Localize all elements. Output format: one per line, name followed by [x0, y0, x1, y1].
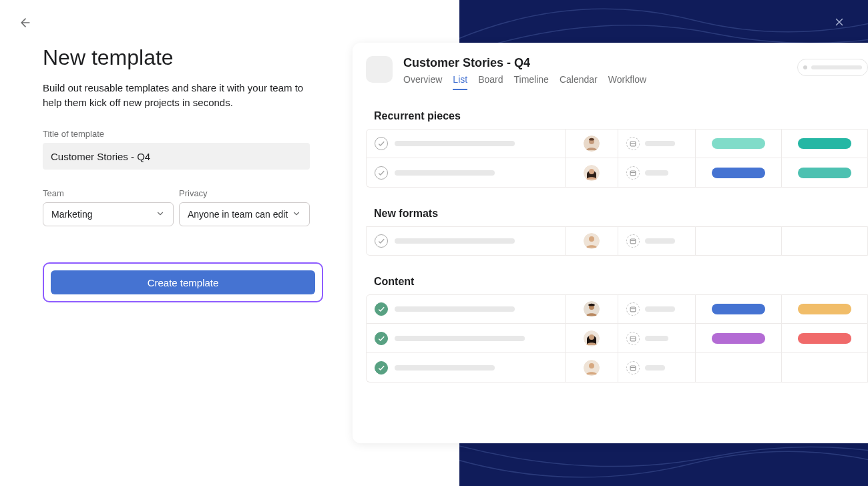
privacy-select-value: Anyone in team can edit	[188, 209, 288, 220]
tab-calendar[interactable]: Calendar	[560, 74, 598, 90]
tag-pill	[712, 168, 765, 178]
calendar-icon[interactable]	[626, 137, 640, 150]
tab-board[interactable]: Board	[478, 74, 503, 90]
create-template-button[interactable]: Create template	[51, 270, 315, 294]
section-title: Recurrent pieces	[374, 110, 868, 122]
task-row[interactable]	[366, 129, 868, 158]
complete-checkbox[interactable]	[375, 361, 388, 375]
task-section: New formats	[366, 208, 868, 256]
team-label: Team	[43, 188, 174, 198]
complete-checkbox[interactable]	[375, 332, 388, 345]
tab-overview[interactable]: Overview	[403, 74, 442, 90]
template-title-input[interactable]	[43, 143, 310, 170]
privacy-label: Privacy	[179, 188, 310, 198]
date-placeholder	[645, 365, 665, 371]
chevron-down-icon	[156, 209, 165, 220]
task-name-placeholder	[395, 365, 495, 371]
date-placeholder	[645, 306, 675, 312]
tag-pill	[798, 168, 851, 178]
assignee-avatar[interactable]	[584, 165, 600, 181]
calendar-icon[interactable]	[626, 166, 640, 180]
date-placeholder	[645, 141, 675, 146]
decorative-band-top	[459, 0, 868, 43]
decorative-band-bottom	[459, 443, 868, 486]
task-section: Recurrent pieces	[366, 110, 868, 188]
tag-pill	[798, 138, 851, 149]
calendar-icon[interactable]	[626, 361, 640, 375]
assignee-avatar[interactable]	[584, 233, 600, 249]
tab-workflow[interactable]: Workflow	[608, 74, 646, 90]
page-title: New template	[43, 45, 311, 70]
calendar-icon[interactable]	[626, 302, 640, 316]
section-title: New formats	[374, 208, 868, 220]
tab-timeline[interactable]: Timeline	[514, 74, 549, 90]
task-row[interactable]	[366, 353, 868, 383]
title-label: Title of template	[43, 129, 311, 139]
team-select-value: Marketing	[51, 209, 92, 220]
task-name-placeholder	[395, 336, 525, 341]
tag-pill	[712, 333, 765, 344]
task-row[interactable]	[366, 324, 868, 353]
complete-checkbox[interactable]	[375, 137, 388, 150]
assignee-avatar[interactable]	[584, 360, 600, 376]
back-arrow-icon[interactable]	[19, 16, 35, 32]
date-placeholder	[645, 336, 668, 341]
project-preview-card: Customer Stories - Q4 OverviewListBoardT…	[353, 43, 868, 443]
task-row[interactable]	[366, 226, 868, 256]
project-tabs: OverviewListBoardTimelineCalendarWorkflo…	[403, 74, 646, 90]
assignee-avatar[interactable]	[584, 301, 600, 317]
tag-pill	[798, 304, 851, 314]
tab-list[interactable]: List	[453, 74, 467, 90]
project-icon-placeholder	[366, 56, 393, 83]
date-placeholder	[645, 170, 668, 176]
team-select[interactable]: Marketing	[43, 202, 174, 226]
assignee-avatar[interactable]	[584, 330, 600, 346]
task-name-placeholder	[395, 170, 495, 176]
tag-pill	[712, 304, 765, 314]
calendar-icon[interactable]	[626, 234, 640, 248]
page-description: Build out reusable templates and share i…	[43, 81, 310, 110]
task-section: Content	[366, 276, 868, 383]
task-row[interactable]	[366, 294, 868, 324]
cta-highlight-frame: Create template	[43, 262, 323, 302]
complete-checkbox[interactable]	[375, 302, 388, 316]
complete-checkbox[interactable]	[375, 166, 388, 180]
task-name-placeholder	[395, 238, 515, 244]
task-name-placeholder	[395, 306, 515, 312]
complete-checkbox[interactable]	[375, 234, 388, 248]
assignee-avatar[interactable]	[584, 136, 600, 152]
chevron-down-icon	[292, 209, 301, 220]
close-icon[interactable]	[833, 16, 849, 32]
section-title: Content	[374, 276, 868, 288]
calendar-icon[interactable]	[626, 332, 640, 345]
project-title: Customer Stories - Q4	[403, 56, 646, 70]
task-row[interactable]	[366, 158, 868, 188]
date-placeholder	[645, 238, 675, 244]
privacy-select[interactable]: Anyone in team can edit	[179, 202, 310, 226]
tag-pill	[798, 333, 851, 344]
tag-pill	[712, 138, 765, 149]
task-name-placeholder	[395, 141, 515, 146]
share-placeholder[interactable]	[797, 59, 868, 76]
